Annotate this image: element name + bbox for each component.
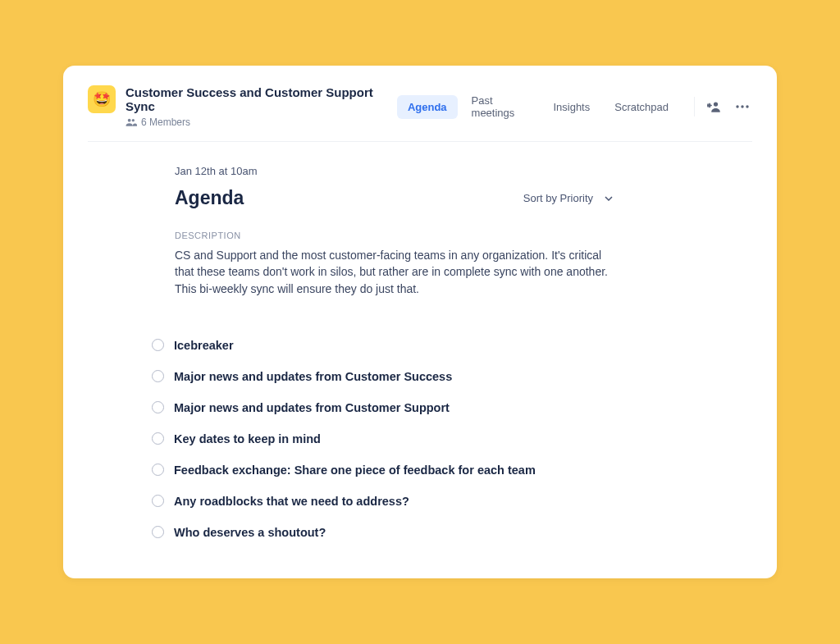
tab-past-meetings[interactable]: Past meetings bbox=[461, 89, 540, 125]
svg-point-3 bbox=[736, 105, 738, 107]
members-icon bbox=[126, 118, 137, 126]
members-label: 6 Members bbox=[141, 116, 190, 128]
description-text: CS and Support and the most customer-fac… bbox=[175, 247, 613, 297]
chevron-down-icon bbox=[605, 196, 613, 201]
description-label: DESCRIPTION bbox=[175, 231, 613, 240]
header-actions bbox=[694, 97, 752, 116]
svg-point-4 bbox=[741, 105, 743, 107]
radio-icon[interactable] bbox=[152, 432, 164, 445]
meeting-card: 🤩 Customer Success and Customer Support … bbox=[63, 66, 777, 578]
agenda-item[interactable]: Icebreaker bbox=[152, 330, 613, 361]
agenda-item-label: Who deserves a shoutout? bbox=[174, 526, 326, 539]
agenda-item-label: Any roadblocks that we need to address? bbox=[174, 495, 409, 508]
add-member-icon bbox=[707, 101, 722, 112]
radio-icon[interactable] bbox=[152, 495, 164, 507]
agenda-item-label: Icebreaker bbox=[174, 339, 234, 352]
svg-point-0 bbox=[128, 119, 131, 122]
svg-point-2 bbox=[714, 102, 718, 106]
header: 🤩 Customer Success and Customer Support … bbox=[88, 85, 752, 142]
agenda-header-row: Agenda Sort by Priority bbox=[175, 187, 613, 209]
more-horizontal-icon bbox=[736, 105, 749, 108]
svg-point-5 bbox=[746, 105, 748, 107]
agenda-item[interactable]: Major news and updates from Customer Suc… bbox=[152, 361, 613, 392]
emoji: 🤩 bbox=[93, 90, 111, 108]
agenda-item-label: Feedback exchange: Share one piece of fe… bbox=[174, 464, 536, 477]
radio-icon[interactable] bbox=[152, 526, 164, 538]
meeting-title: Customer Success and Customer Support Sy… bbox=[126, 85, 397, 113]
tab-insights[interactable]: Insights bbox=[542, 95, 600, 119]
meeting-emoji-icon[interactable]: 🤩 bbox=[88, 85, 116, 113]
agenda-item[interactable]: Feedback exchange: Share one piece of fe… bbox=[152, 454, 613, 486]
agenda-heading: Agenda bbox=[175, 187, 244, 209]
agenda-item-label: Major news and updates from Customer Sup… bbox=[174, 401, 450, 414]
add-member-button[interactable] bbox=[705, 97, 724, 116]
agenda-item[interactable]: Who deserves a shoutout? bbox=[152, 517, 613, 548]
title-block: Customer Success and Customer Support Sy… bbox=[126, 85, 397, 128]
sort-by-dropdown[interactable]: Sort by Priority bbox=[523, 192, 613, 204]
radio-icon[interactable] bbox=[152, 464, 164, 476]
agenda-items-list: Icebreaker Major news and updates from C… bbox=[152, 330, 613, 548]
tab-agenda[interactable]: Agenda bbox=[397, 95, 458, 119]
agenda-item[interactable]: Key dates to keep in mind bbox=[152, 423, 613, 454]
agenda-item[interactable]: Any roadblocks that we need to address? bbox=[152, 486, 613, 517]
tab-scratchpad[interactable]: Scratchpad bbox=[604, 95, 679, 119]
tabs: Agenda Past meetings Insights Scratchpad bbox=[397, 89, 679, 125]
radio-icon[interactable] bbox=[152, 370, 164, 382]
radio-icon[interactable] bbox=[152, 401, 164, 413]
radio-icon[interactable] bbox=[152, 339, 164, 351]
svg-point-1 bbox=[132, 119, 135, 121]
content: Jan 12th at 10am Agenda Sort by Priority… bbox=[88, 142, 613, 548]
header-left: 🤩 Customer Success and Customer Support … bbox=[88, 85, 397, 128]
members-row[interactable]: 6 Members bbox=[126, 116, 397, 128]
meeting-date: Jan 12th at 10am bbox=[175, 165, 613, 177]
header-right: Agenda Past meetings Insights Scratchpad bbox=[397, 89, 752, 125]
more-options-button[interactable] bbox=[733, 97, 752, 116]
agenda-item-label: Key dates to keep in mind bbox=[174, 432, 321, 445]
agenda-item[interactable]: Major news and updates from Customer Sup… bbox=[152, 392, 613, 423]
agenda-item-label: Major news and updates from Customer Suc… bbox=[174, 370, 452, 383]
sort-label: Sort by Priority bbox=[523, 192, 593, 204]
